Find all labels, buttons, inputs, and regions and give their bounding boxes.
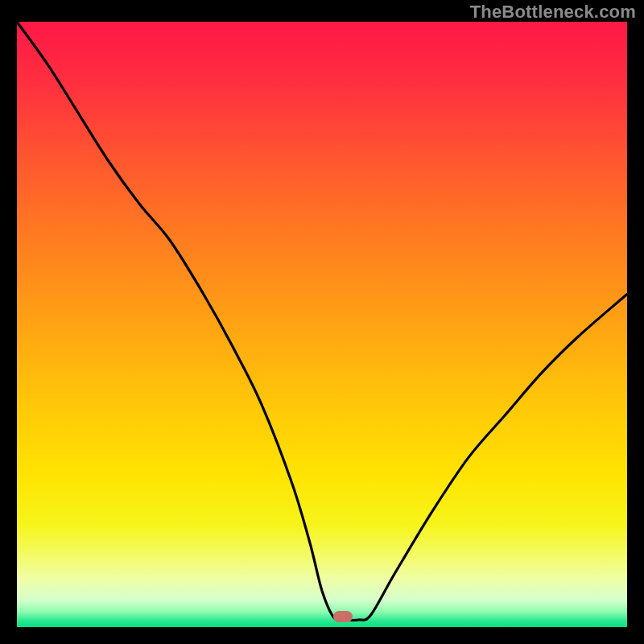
- watermark-text: TheBottleneck.com: [470, 2, 636, 23]
- chart-background: [17, 22, 627, 627]
- app-frame: TheBottleneck.com: [0, 0, 644, 644]
- bottleneck-chart: [17, 22, 627, 627]
- chart-svg: [17, 22, 627, 627]
- optimum-marker: [333, 611, 353, 622]
